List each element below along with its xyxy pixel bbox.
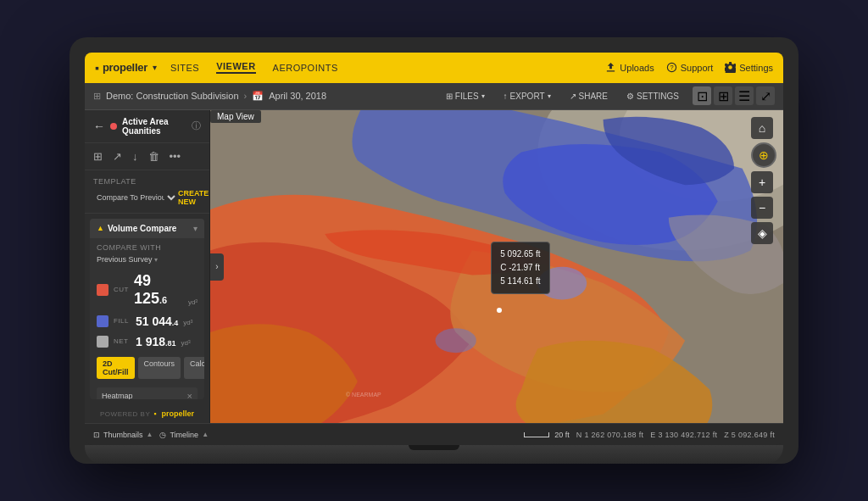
zoom-out-button[interactable]: − bbox=[751, 197, 773, 219]
map-controls: ⌂ ⊕ + − ◈ bbox=[751, 117, 776, 244]
panel-toggle-button[interactable]: › bbox=[210, 253, 224, 281]
survey-date: April 30, 2018 bbox=[269, 91, 326, 101]
net-stat: NET 1 918.81 yd³ bbox=[90, 331, 204, 352]
panel-dropdown-icon[interactable]: ▾ bbox=[193, 224, 198, 233]
share-icon: ↗ bbox=[570, 92, 576, 101]
back-button[interactable]: ← bbox=[93, 120, 105, 133]
list-view-btn[interactable]: ☰ bbox=[735, 86, 754, 105]
expand-view-btn[interactable]: ⤢ bbox=[756, 86, 775, 105]
coordinate-e: E 3 130 492.712 ft bbox=[650, 431, 717, 439]
net-number: 1 918 bbox=[136, 335, 165, 348]
help-icon: ? bbox=[666, 62, 677, 73]
tab-contours[interactable]: Contours bbox=[138, 357, 181, 379]
settings-icon2: ⚙ bbox=[626, 92, 634, 101]
support-label: Support bbox=[681, 63, 714, 73]
sidebar-title: Active Area Quanities bbox=[122, 117, 186, 136]
sidebar-header: ← Active Area Quanities ⓘ bbox=[85, 110, 209, 143]
scale-label: 20 ft bbox=[554, 431, 570, 439]
fill-label: FILL bbox=[114, 317, 131, 325]
scale-bar-section: 20 ft bbox=[524, 431, 570, 439]
cut-decimal: .6 bbox=[159, 295, 167, 305]
fill-value: 51 044.4 bbox=[136, 315, 178, 328]
powered-logo-icon: ▪ bbox=[153, 409, 156, 418]
delete-action-icon[interactable]: 🗑 bbox=[148, 150, 159, 163]
settings-button[interactable]: Settings bbox=[725, 62, 773, 73]
net-unit: yd³ bbox=[181, 339, 191, 347]
share-action-icon[interactable]: ↗ bbox=[113, 150, 122, 163]
compare-select-value: Previous Survey bbox=[97, 255, 153, 264]
export-arrow: ▾ bbox=[548, 92, 551, 100]
cut-stat: CUT 49 125.6 yd³ bbox=[90, 269, 204, 311]
single-view-btn[interactable]: ⊡ bbox=[693, 86, 711, 105]
fill-number: 51 044 bbox=[136, 315, 172, 328]
heatmap-close-button[interactable]: × bbox=[187, 391, 192, 400]
tab-2d-cutfill[interactable]: 2D Cut/Fill bbox=[97, 357, 135, 379]
net-value: 1 918.81 bbox=[136, 335, 176, 348]
panel-collapse-icon[interactable]: ▲ bbox=[97, 224, 104, 232]
zoom-in-button[interactable]: + bbox=[751, 171, 773, 193]
tooltip-dot bbox=[497, 308, 502, 313]
logo[interactable]: ▪ propeller ▾ bbox=[95, 61, 157, 75]
compass-button[interactable]: ⊕ bbox=[751, 142, 776, 168]
aeropoints-link[interactable]: AEROPOINTS bbox=[273, 63, 338, 73]
logo-dropdown-arrow[interactable]: ▾ bbox=[153, 63, 157, 72]
main-content: ← Active Area Quanities ⓘ ⊞ ↗ ↓ 🗑 ••• TE… bbox=[85, 110, 783, 424]
timeline-icon: ◷ bbox=[159, 431, 166, 439]
download-action-icon[interactable]: ↓ bbox=[132, 150, 138, 163]
home-button[interactable]: ⌂ bbox=[751, 117, 773, 139]
support-button[interactable]: ? Support bbox=[666, 62, 714, 73]
share-button[interactable]: ↗ SHARE bbox=[565, 89, 613, 103]
map-settings-button[interactable]: ⚙ SETTINGS bbox=[621, 89, 684, 103]
scale-bar bbox=[524, 432, 549, 437]
net-decimal: .81 bbox=[165, 339, 176, 348]
active-indicator bbox=[110, 123, 117, 130]
top-navigation: ▪ propeller ▾ SITES VIEWER AEROPOINTS Up… bbox=[85, 53, 783, 83]
map-svg bbox=[210, 110, 783, 424]
split-view-btn[interactable]: ⊞ bbox=[714, 86, 732, 105]
compare-select-arrow: ▾ bbox=[154, 256, 158, 264]
project-title: Demo: Construction Subdivision bbox=[106, 91, 239, 101]
timeline-toggle[interactable]: ◷ Timeline ▲ bbox=[159, 431, 209, 439]
logo-icon: ▪ bbox=[95, 61, 99, 75]
sidebar: ← Active Area Quanities ⓘ ⊞ ↗ ↓ 🗑 ••• TE… bbox=[85, 110, 210, 424]
viewer-link[interactable]: VIEWER bbox=[216, 61, 255, 74]
template-select[interactable]: Compare To Previous Sur... bbox=[93, 192, 178, 203]
export-label: EXPORT bbox=[510, 92, 545, 101]
logo-text: propeller bbox=[103, 61, 147, 74]
cut-label: CUT bbox=[114, 286, 129, 293]
fill-color-swatch bbox=[97, 315, 108, 327]
export-button[interactable]: ↑ EXPORT ▾ bbox=[498, 89, 556, 103]
coordinate-n: N 1 262 070.188 ft bbox=[576, 431, 643, 439]
thumbnails-toggle[interactable]: ⊡ Thumbnails ▲ bbox=[93, 431, 153, 439]
compare-with-label: COMPARE WITH bbox=[90, 238, 204, 253]
info-icon[interactable]: ⓘ bbox=[192, 120, 201, 132]
subheader-right: ⊞ FILES ▾ ↑ EXPORT ▾ ↗ SHARE ⚙ bbox=[441, 86, 775, 105]
layers-button[interactable]: ◈ bbox=[751, 222, 773, 244]
coordinate-z: Z 5 092.649 ft bbox=[724, 431, 775, 439]
aerial-map bbox=[210, 110, 783, 424]
powered-logo-text: propeller bbox=[161, 409, 194, 418]
upload-icon bbox=[605, 62, 616, 73]
topnav-links: SITES VIEWER AEROPOINTS bbox=[170, 61, 605, 74]
powered-by-text: POWERED BY bbox=[100, 410, 150, 418]
compare-select[interactable]: Previous Survey ▾ bbox=[90, 253, 204, 269]
svg-point-6 bbox=[436, 328, 476, 353]
svg-text:?: ? bbox=[670, 64, 673, 72]
files-button[interactable]: ⊞ FILES ▾ bbox=[441, 89, 490, 103]
project-back-icon[interactable]: ⊞ bbox=[93, 91, 101, 102]
copy-action-icon[interactable]: ⊞ bbox=[93, 150, 103, 163]
template-label: TEMPLATE bbox=[93, 177, 201, 186]
map-area[interactable]: 5 092.65 ft C -21.97 ft 5 114.61 ft © NE… bbox=[210, 110, 783, 424]
fill-stat: FILL 51 044.4 yd³ bbox=[90, 311, 204, 331]
uploads-button[interactable]: Uploads bbox=[605, 62, 654, 73]
create-new-button[interactable]: CREATE NEW bbox=[178, 189, 209, 206]
volume-panel-title: Volume Compare bbox=[108, 224, 190, 233]
timeline-label: Timeline bbox=[170, 431, 198, 439]
sites-link[interactable]: SITES bbox=[170, 63, 199, 73]
more-action-icon[interactable]: ••• bbox=[170, 150, 181, 163]
tab-calculator[interactable]: Calculator bbox=[184, 357, 204, 379]
timeline-arrow: ▲ bbox=[202, 431, 209, 438]
project-next-icon[interactable]: › bbox=[244, 91, 248, 101]
cut-value: 49 125.6 bbox=[134, 272, 183, 308]
sidebar-actions: ⊞ ↗ ↓ 🗑 ••• bbox=[85, 143, 209, 170]
